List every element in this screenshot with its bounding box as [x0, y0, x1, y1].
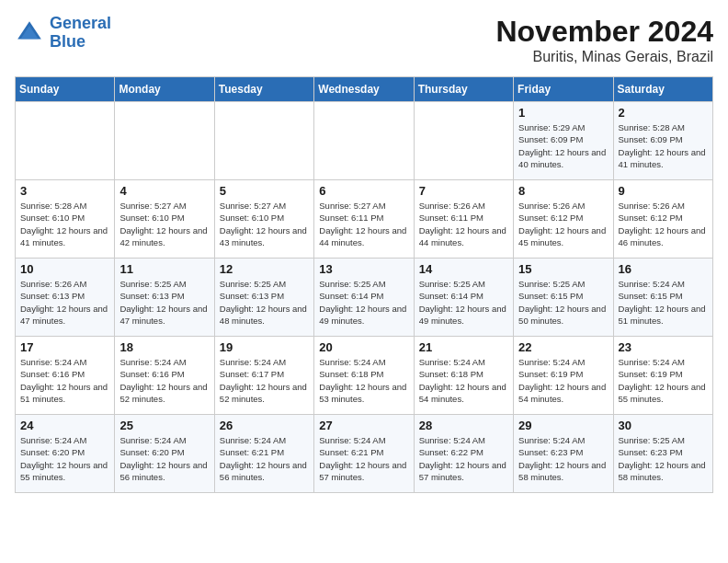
day-number: 29: [518, 419, 608, 432]
day-number: 24: [20, 419, 109, 432]
cell-0-4: [414, 102, 513, 180]
cell-3-0: 17Sunrise: 5:24 AM Sunset: 6:16 PM Dayli…: [16, 337, 115, 415]
day-number: 8: [518, 184, 608, 198]
cell-1-4: 7Sunrise: 5:26 AM Sunset: 6:11 PM Daylig…: [414, 180, 513, 259]
cell-1-6: 9Sunrise: 5:26 AM Sunset: 6:12 PM Daylig…: [613, 180, 712, 259]
day-info: Sunrise: 5:27 AM Sunset: 6:10 PM Dayligh…: [220, 200, 309, 248]
day-number: 10: [20, 262, 109, 276]
week-row-5: 24Sunrise: 5:24 AM Sunset: 6:20 PM Dayli…: [16, 415, 713, 493]
header-monday: Monday: [115, 77, 214, 102]
day-info: Sunrise: 5:25 AM Sunset: 6:14 PM Dayligh…: [319, 278, 408, 327]
day-info: Sunrise: 5:24 AM Sunset: 6:21 PM Dayligh…: [319, 434, 408, 483]
weekday-header-row: Sunday Monday Tuesday Wednesday Thursday…: [16, 77, 713, 102]
cell-0-2: [214, 102, 313, 180]
day-number: 7: [419, 184, 508, 198]
day-number: 17: [20, 340, 109, 354]
day-info: Sunrise: 5:24 AM Sunset: 6:16 PM Dayligh…: [20, 356, 109, 405]
cell-4-3: 27Sunrise: 5:24 AM Sunset: 6:21 PM Dayli…: [314, 415, 414, 493]
day-number: 26: [220, 419, 309, 432]
day-info: Sunrise: 5:28 AM Sunset: 6:10 PM Dayligh…: [20, 200, 109, 248]
header-thursday: Thursday: [414, 77, 513, 102]
day-info: Sunrise: 5:24 AM Sunset: 6:18 PM Dayligh…: [319, 356, 408, 405]
day-info: Sunrise: 5:24 AM Sunset: 6:19 PM Dayligh…: [518, 356, 608, 405]
day-info: Sunrise: 5:25 AM Sunset: 6:13 PM Dayligh…: [119, 278, 209, 327]
logo-icon: [15, 18, 44, 48]
day-info: Sunrise: 5:24 AM Sunset: 6:17 PM Dayligh…: [220, 356, 309, 405]
cell-0-5: 1Sunrise: 5:29 AM Sunset: 6:09 PM Daylig…: [514, 102, 613, 180]
page-header: General Blue November 2024 Buritis, Mina…: [15, 15, 713, 65]
day-number: 27: [319, 419, 408, 432]
logo-text: General Blue: [50, 15, 111, 52]
cell-1-1: 4Sunrise: 5:27 AM Sunset: 6:10 PM Daylig…: [115, 180, 214, 259]
header-wednesday: Wednesday: [314, 77, 414, 102]
day-info: Sunrise: 5:26 AM Sunset: 6:11 PM Dayligh…: [419, 200, 508, 248]
cell-1-3: 6Sunrise: 5:27 AM Sunset: 6:11 PM Daylig…: [314, 180, 414, 259]
day-number: 2: [619, 106, 708, 120]
day-info: Sunrise: 5:24 AM Sunset: 6:18 PM Dayligh…: [419, 356, 508, 405]
day-number: 22: [518, 340, 608, 354]
day-number: 25: [119, 419, 209, 432]
logo: General Blue: [15, 15, 111, 52]
header-friday: Friday: [514, 77, 613, 102]
cell-3-6: 23Sunrise: 5:24 AM Sunset: 6:19 PM Dayli…: [613, 337, 712, 415]
day-info: Sunrise: 5:26 AM Sunset: 6:12 PM Dayligh…: [518, 200, 608, 248]
day-number: 19: [220, 340, 309, 354]
day-info: Sunrise: 5:27 AM Sunset: 6:10 PM Dayligh…: [119, 200, 209, 248]
cell-3-4: 21Sunrise: 5:24 AM Sunset: 6:18 PM Dayli…: [414, 337, 513, 415]
cell-3-3: 20Sunrise: 5:24 AM Sunset: 6:18 PM Dayli…: [314, 337, 414, 415]
cell-4-1: 25Sunrise: 5:24 AM Sunset: 6:20 PM Dayli…: [115, 415, 214, 493]
cell-1-0: 3Sunrise: 5:28 AM Sunset: 6:10 PM Daylig…: [16, 180, 115, 259]
cell-3-5: 22Sunrise: 5:24 AM Sunset: 6:19 PM Dayli…: [514, 337, 613, 415]
cell-4-4: 28Sunrise: 5:24 AM Sunset: 6:22 PM Dayli…: [414, 415, 513, 493]
day-number: 28: [419, 419, 508, 432]
cell-2-4: 14Sunrise: 5:25 AM Sunset: 6:14 PM Dayli…: [414, 259, 513, 337]
calendar-body: 1Sunrise: 5:29 AM Sunset: 6:09 PM Daylig…: [16, 102, 713, 493]
title-block: November 2024 Buritis, Minas Gerais, Bra…: [495, 15, 713, 65]
day-number: 5: [220, 184, 309, 198]
cell-2-3: 13Sunrise: 5:25 AM Sunset: 6:14 PM Dayli…: [314, 259, 414, 337]
week-row-2: 3Sunrise: 5:28 AM Sunset: 6:10 PM Daylig…: [16, 180, 713, 259]
cell-0-3: [314, 102, 414, 180]
day-info: Sunrise: 5:24 AM Sunset: 6:22 PM Dayligh…: [419, 434, 508, 483]
day-info: Sunrise: 5:24 AM Sunset: 6:23 PM Dayligh…: [518, 434, 608, 483]
cell-2-0: 10Sunrise: 5:26 AM Sunset: 6:13 PM Dayli…: [16, 259, 115, 337]
day-number: 4: [119, 184, 209, 198]
week-row-4: 17Sunrise: 5:24 AM Sunset: 6:16 PM Dayli…: [16, 337, 713, 415]
logo-line1: General: [50, 14, 111, 32]
day-info: Sunrise: 5:26 AM Sunset: 6:13 PM Dayligh…: [20, 278, 109, 327]
day-info: Sunrise: 5:29 AM Sunset: 6:09 PM Dayligh…: [518, 121, 608, 170]
week-row-1: 1Sunrise: 5:29 AM Sunset: 6:09 PM Daylig…: [16, 102, 713, 180]
day-info: Sunrise: 5:27 AM Sunset: 6:11 PM Dayligh…: [319, 200, 408, 248]
week-row-3: 10Sunrise: 5:26 AM Sunset: 6:13 PM Dayli…: [16, 259, 713, 337]
day-info: Sunrise: 5:25 AM Sunset: 6:14 PM Dayligh…: [419, 278, 508, 327]
day-number: 20: [319, 340, 408, 354]
day-number: 11: [119, 262, 209, 276]
day-number: 9: [619, 184, 708, 198]
calendar-title: November 2024: [495, 15, 713, 49]
day-info: Sunrise: 5:24 AM Sunset: 6:19 PM Dayligh…: [619, 356, 708, 405]
calendar-table: Sunday Monday Tuesday Wednesday Thursday…: [15, 76, 713, 493]
day-number: 30: [619, 419, 708, 432]
day-info: Sunrise: 5:25 AM Sunset: 6:15 PM Dayligh…: [518, 278, 608, 327]
header-tuesday: Tuesday: [214, 77, 313, 102]
header-saturday: Saturday: [613, 77, 712, 102]
day-number: 15: [518, 262, 608, 276]
day-number: 13: [319, 262, 408, 276]
day-info: Sunrise: 5:26 AM Sunset: 6:12 PM Dayligh…: [619, 200, 708, 248]
cell-1-2: 5Sunrise: 5:27 AM Sunset: 6:10 PM Daylig…: [214, 180, 313, 259]
day-number: 16: [619, 262, 708, 276]
day-info: Sunrise: 5:28 AM Sunset: 6:09 PM Dayligh…: [619, 121, 708, 170]
cell-1-5: 8Sunrise: 5:26 AM Sunset: 6:12 PM Daylig…: [514, 180, 613, 259]
day-info: Sunrise: 5:24 AM Sunset: 6:16 PM Dayligh…: [119, 356, 209, 405]
day-number: 1: [518, 106, 608, 120]
day-info: Sunrise: 5:25 AM Sunset: 6:23 PM Dayligh…: [619, 434, 708, 483]
day-info: Sunrise: 5:25 AM Sunset: 6:13 PM Dayligh…: [220, 278, 309, 327]
day-info: Sunrise: 5:24 AM Sunset: 6:20 PM Dayligh…: [20, 434, 109, 483]
header-sunday: Sunday: [16, 77, 115, 102]
day-number: 3: [20, 184, 109, 198]
day-number: 18: [119, 340, 209, 354]
day-number: 6: [319, 184, 408, 198]
day-info: Sunrise: 5:24 AM Sunset: 6:21 PM Dayligh…: [220, 434, 309, 483]
day-number: 12: [220, 262, 309, 276]
day-number: 23: [619, 340, 708, 354]
